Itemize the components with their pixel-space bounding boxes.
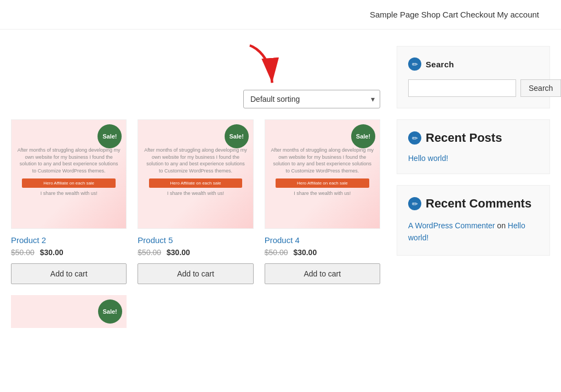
- search-widget: ✏ Search Search: [397, 46, 550, 108]
- sidebar: ✏ Search Search ✏ Recent Posts Hello wor…: [397, 46, 550, 328]
- nav-cart[interactable]: Cart: [443, 10, 458, 19]
- recent-posts-title: Recent Posts: [426, 131, 502, 145]
- sort-bar: Default sorting Sort by popularity Sort …: [11, 90, 380, 108]
- product-image-product-5: After months of struggling along develop…: [138, 119, 253, 229]
- product-card: After months of struggling along develop…: [138, 119, 253, 284]
- commenter-link[interactable]: A WordPress Commenter: [408, 221, 495, 230]
- nav-my-account[interactable]: My account: [497, 10, 539, 19]
- site-header: Sample Page Shop Cart Checkout My accoun…: [0, 0, 561, 30]
- product-price-product-2: $50.00 $30.00: [11, 248, 127, 257]
- sale-price: $30.00: [293, 248, 317, 257]
- recent-comments-title: Recent Comments: [426, 197, 531, 211]
- original-price: $50.00: [265, 248, 288, 257]
- nav-sample-page[interactable]: Sample Page: [370, 10, 419, 19]
- recent-post-hello-world[interactable]: Hello world!: [408, 154, 448, 163]
- recent-comments-widget: ✏ Recent Comments A WordPress Commenter …: [397, 185, 550, 256]
- partial-sale-badge: Sale!: [98, 299, 122, 324]
- product-name-product-5[interactable]: Product 5: [138, 235, 253, 245]
- search-row: Search: [408, 79, 539, 97]
- main-content: Default sorting Sort by popularity Sort …: [11, 46, 380, 328]
- search-input[interactable]: [408, 79, 516, 97]
- add-to-cart-product-4[interactable]: Add to cart: [265, 263, 380, 284]
- recent-posts-header: ✏ Recent Posts: [408, 131, 539, 145]
- product-card: After months of struggling along develop…: [265, 119, 380, 284]
- product-image-product-4: After months of struggling along develop…: [265, 119, 380, 229]
- search-widget-title: Search: [426, 60, 454, 69]
- sort-select[interactable]: Default sorting Sort by popularity Sort …: [243, 90, 380, 108]
- nav-shop[interactable]: Shop: [421, 10, 440, 19]
- page-wrapper: Default sorting Sort by popularity Sort …: [0, 30, 561, 344]
- comment-on-text: on: [497, 221, 506, 230]
- partial-product-row: Sale!: [11, 295, 380, 328]
- arrow-indicator: [238, 41, 282, 97]
- product-price-product-4: $50.00 $30.00: [265, 248, 380, 257]
- search-button[interactable]: Search: [520, 79, 561, 97]
- partial-product: Sale!: [11, 295, 127, 328]
- recent-comments-header: ✏ Recent Comments: [408, 197, 539, 211]
- recent-posts-icon: ✏: [408, 131, 421, 145]
- sale-badge: Sale!: [351, 124, 375, 148]
- add-to-cart-product-5[interactable]: Add to cart: [138, 263, 253, 284]
- sale-badge: Sale!: [98, 124, 122, 148]
- recent-comment-entry: A WordPress Commenter on Hello world!: [408, 220, 539, 244]
- product-price-product-5: $50.00 $30.00: [138, 248, 253, 257]
- add-to-cart-product-2[interactable]: Add to cart: [11, 263, 127, 284]
- product-name-product-4[interactable]: Product 4: [265, 235, 380, 245]
- sort-select-wrapper: Default sorting Sort by popularity Sort …: [243, 90, 380, 108]
- recent-posts-widget: ✏ Recent Posts Hello world!: [397, 119, 550, 174]
- product-image-product-2: After months of struggling along develop…: [11, 119, 127, 229]
- sale-price: $30.00: [40, 248, 64, 257]
- product-name-product-2[interactable]: Product 2: [11, 235, 127, 245]
- sale-price: $30.00: [167, 248, 190, 257]
- recent-comments-icon: ✏: [408, 197, 421, 210]
- search-widget-header: ✏ Search: [408, 57, 539, 71]
- sale-badge: Sale!: [225, 124, 249, 148]
- main-nav: Sample Page Shop Cart Checkout My accoun…: [370, 10, 539, 19]
- search-widget-icon: ✏: [408, 57, 421, 71]
- original-price: $50.00: [138, 248, 161, 257]
- nav-checkout[interactable]: Checkout: [460, 10, 495, 19]
- product-card: After months of struggling along develop…: [11, 119, 127, 284]
- original-price: $50.00: [11, 248, 35, 257]
- product-grid: After months of struggling along develop…: [11, 119, 380, 284]
